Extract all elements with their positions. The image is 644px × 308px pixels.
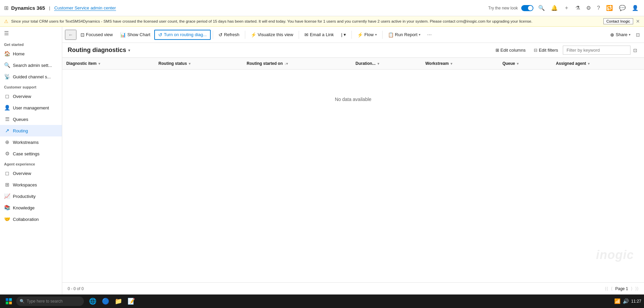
sidebar-item-knowledge[interactable]: 📚 Knowledge (0, 202, 62, 213)
flow-button[interactable]: ⚡ Flow ▾ (354, 30, 380, 39)
overview-cs-icon: ◻ (4, 93, 10, 99)
col-assigned-agent[interactable]: Assigned agent ▾ (552, 58, 644, 70)
warning-icon: ⚠ (4, 19, 8, 24)
top-bar: ⊞ Dynamics 365 | Customer Service admin … (0, 0, 644, 16)
col-routing-started-on[interactable]: Routing started on ↓▾ (243, 58, 351, 70)
col-queue[interactable]: Queue ▾ (498, 58, 552, 70)
command-separator-3 (299, 31, 299, 39)
watermark: inogic (596, 248, 634, 262)
add-icon[interactable]: ＋ (562, 3, 571, 13)
email-link-button[interactable]: ✉ Email a Link (301, 30, 337, 39)
app-name: Dynamics 365 (11, 5, 45, 11)
sidebar-header: ☰ (0, 27, 62, 40)
command-separator-4 (351, 31, 352, 39)
sort-routing-started-on-icon: ↓▾ (284, 62, 288, 66)
workspaces-icon: ⊞ (4, 182, 10, 188)
filter-nav-icon[interactable]: ⚗ (574, 3, 581, 12)
email-link-icon: ✉ (304, 32, 308, 37)
pagination: ⟨⟨ ⟨ Page 1 ⟩ ⟩⟩ (605, 286, 639, 291)
sidebar-item-overview-ae[interactable]: ◻ Overview (0, 168, 62, 179)
overview-ae-icon: ◻ (4, 170, 10, 176)
app-grid-icon[interactable]: ⊞ (4, 5, 8, 11)
flow-chevron-icon: ▾ (375, 33, 377, 36)
taskbar-app-word[interactable]: 📝 (125, 295, 137, 307)
sidebar-item-label: Routing (13, 128, 28, 133)
focused-view-button[interactable]: ⊡ Focused view (77, 30, 116, 39)
edit-columns-button[interactable]: ⊞ Edit columns (492, 46, 529, 54)
page-header: Routing diagnostics ▾ ⊞ Edit columns ⊟ E… (62, 43, 644, 58)
refresh-icon[interactable]: 🔁 (605, 3, 614, 12)
svg-rect-3 (9, 302, 12, 304)
chat-icon[interactable]: 💬 (618, 3, 627, 12)
edit-filters-button[interactable]: ⊟ Edit filters (530, 46, 561, 54)
data-table: Diagnostic item ▾ Routing status ▾ Routi… (62, 58, 644, 129)
sidebar-item-workspaces[interactable]: ⊞ Workspaces (0, 179, 62, 190)
network-icon[interactable]: 📶 (614, 298, 621, 304)
sidebar-item-label: Queues (13, 117, 28, 122)
keyword-filter-input[interactable] (563, 46, 630, 55)
sidebar-item-home[interactable]: 🏠 Home (0, 48, 62, 59)
refresh-button[interactable]: ↺ Refresh (215, 30, 243, 39)
svg-rect-2 (6, 302, 8, 304)
profile-icon[interactable]: 👤 (630, 3, 640, 12)
settings-icon[interactable]: ⚙ (585, 3, 592, 12)
taskbar-app-files[interactable]: 📁 (112, 295, 124, 307)
help-icon[interactable]: ? (596, 4, 601, 12)
sidebar-item-label: Overview (13, 171, 31, 176)
taskbar-app-edge[interactable]: 🌐 (87, 295, 99, 307)
command-separator-5 (382, 31, 383, 39)
sidebar-item-label: Workspaces (13, 182, 37, 187)
email-link-chevron-button[interactable]: | ▾ (338, 30, 349, 39)
search-icon[interactable]: 🔍 (537, 3, 546, 12)
sidebar-item-collaboration[interactable]: 🤝 Collaboration (0, 213, 62, 225)
page-title-chevron-icon[interactable]: ▾ (128, 48, 130, 53)
share-button[interactable]: ⊕ Share ▾ (607, 30, 634, 39)
expand-filter-icon[interactable]: ⊡ (632, 46, 639, 54)
run-report-button[interactable]: 📋 Run Report ▾ (385, 30, 424, 39)
first-page-button[interactable]: ⟨⟨ (605, 286, 608, 291)
col-diagnostic-item[interactable]: Diagnostic item ▾ (62, 58, 155, 70)
col-workstream[interactable]: Workstream ▾ (421, 58, 498, 70)
taskbar-app-chrome[interactable]: 🔵 (99, 295, 112, 307)
col-routing-status[interactable]: Routing status ▾ (155, 58, 243, 70)
close-notification-icon[interactable]: ✕ (636, 19, 640, 24)
sidebar-item-user-management[interactable]: 👤 User management (0, 102, 62, 113)
last-page-button[interactable]: ⟩⟩ (635, 286, 639, 291)
col-duration[interactable]: Duration... ▾ (351, 58, 421, 70)
sidebar-item-workstreams[interactable]: ⊕ Workstreams (0, 136, 62, 148)
prev-page-button[interactable]: ⟨ (611, 286, 613, 291)
show-chart-icon: 📊 (120, 32, 126, 37)
taskbar-search[interactable]: 🔍 Type here to search (16, 297, 84, 306)
flow-icon: ⚡ (357, 32, 363, 37)
table-body: No data available (62, 70, 644, 129)
bell-icon[interactable]: 🔔 (550, 3, 559, 12)
start-button[interactable] (3, 295, 15, 307)
show-chart-button[interactable]: 📊 Show Chart (117, 30, 154, 39)
admin-center-link[interactable]: Customer Service admin center (54, 5, 116, 11)
back-button[interactable]: ← (65, 30, 76, 40)
sidebar-item-queues[interactable]: ☰ Queues (0, 113, 62, 125)
turn-on-routing-button[interactable]: ↺ Turn on routing diag... (154, 30, 211, 40)
sidebar-item-search-admin[interactable]: 🔍 Search admin sett... (0, 59, 62, 71)
refresh-cmd-icon: ↺ (218, 32, 223, 37)
contact-inogic-button[interactable]: Contact Inogic (603, 18, 633, 24)
more-commands-icon[interactable]: ··· (424, 30, 434, 40)
next-page-button[interactable]: ⟩ (631, 286, 632, 291)
expand-view-icon[interactable]: ⊡ (635, 31, 641, 39)
sidebar-item-productivity[interactable]: 📈 Productivity (0, 190, 62, 202)
try-new-look-toggle[interactable] (521, 5, 533, 11)
visualize-view-button[interactable]: ⚡ Visualize this view (247, 30, 297, 39)
notification-bar: ⚠ Since your total CRM users for TextSMS… (0, 16, 644, 27)
sidebar-item-guided-channel[interactable]: 📡 Guided channel s... (0, 71, 62, 82)
volume-icon[interactable]: 🔊 (623, 298, 629, 304)
sort-diagnostic-item-icon: ▾ (98, 62, 100, 66)
hamburger-icon[interactable]: ☰ (4, 30, 9, 36)
sidebar-item-label: Overview (13, 94, 31, 99)
sidebar-item-overview-cs[interactable]: ◻ Overview (0, 91, 62, 102)
sort-workstream-icon: ▾ (451, 62, 452, 66)
run-report-icon: 📋 (388, 32, 394, 37)
sidebar-item-case-settings[interactable]: ⚙ Case settings (0, 148, 62, 159)
sidebar-item-routing[interactable]: ↗ Routing (0, 125, 62, 136)
sidebar-item-label: Collaboration (13, 217, 39, 222)
table-header: Diagnostic item ▾ Routing status ▾ Routi… (62, 58, 644, 70)
